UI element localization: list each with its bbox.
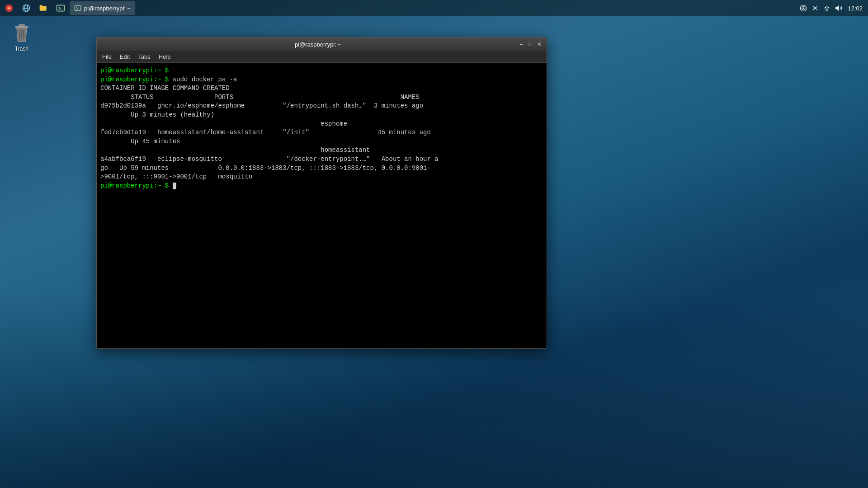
prompt-2: pi@raspberrypi:~ $ bbox=[100, 76, 169, 83]
command-text: sudo docker ps -a bbox=[173, 76, 237, 83]
container2-row1: fed7cb9d1a19 homeassistant/home-assistan… bbox=[100, 128, 543, 137]
maximize-button[interactable]: □ bbox=[527, 41, 534, 48]
raspberry-pi-icon bbox=[5, 4, 14, 13]
svg-rect-15 bbox=[19, 24, 25, 27]
minimize-button[interactable]: – bbox=[518, 41, 525, 48]
terminal-menubar: File Edit Tabs Help bbox=[97, 51, 547, 63]
terminal-body[interactable]: pi@raspberrypi:~ $ pi@raspberrypi:~ $ su… bbox=[97, 63, 547, 348]
terminal-title: pi@raspberrypi: ~ bbox=[118, 41, 518, 48]
bluetooth-icon[interactable] bbox=[811, 4, 819, 12]
terminal-task-label: pi@raspberrypi: ~ bbox=[84, 5, 131, 12]
terminal-titlebar: pi@raspberrypi: ~ – □ ✕ bbox=[97, 38, 547, 51]
close-button[interactable]: ✕ bbox=[536, 41, 543, 48]
container1-row3: esphome bbox=[100, 120, 543, 129]
svg-marker-13 bbox=[835, 5, 839, 11]
svg-rect-14 bbox=[15, 27, 28, 28]
taskbar-right: 12:02 bbox=[799, 4, 868, 12]
desktop: pi@raspberrypi: ~ bbox=[0, 0, 868, 488]
clock-display: 12:02 bbox=[846, 5, 863, 12]
container2-row2: Up 45 minutes bbox=[100, 137, 543, 146]
container3-row3: >9001/tcp, :::9001->9001/tcp mosquitto bbox=[100, 173, 543, 182]
terminal-line-2: pi@raspberrypi:~ $ sudo docker ps -a bbox=[100, 75, 543, 84]
svg-line-16 bbox=[19, 30, 20, 39]
file-manager-button[interactable] bbox=[18, 1, 34, 15]
container2-row3: homeassistant bbox=[100, 146, 543, 155]
svg-point-9 bbox=[803, 8, 804, 9]
terminal-task-button[interactable]: pi@raspberrypi: ~ bbox=[70, 1, 135, 15]
terminal-launcher-button[interactable] bbox=[52, 1, 69, 15]
terminal-window: pi@raspberrypi: ~ – □ ✕ File Edit Tabs H… bbox=[96, 37, 547, 349]
wifi-icon[interactable] bbox=[823, 4, 831, 12]
terminal-task-icon bbox=[74, 5, 81, 12]
svg-rect-8 bbox=[75, 6, 80, 11]
trash-desktop-icon[interactable]: Trash bbox=[9, 20, 34, 54]
menu-file[interactable]: File bbox=[99, 52, 115, 61]
terminal-final-prompt: pi@raspberrypi:~ $ bbox=[100, 182, 543, 191]
folder-icon bbox=[39, 4, 48, 13]
menu-edit[interactable]: Edit bbox=[116, 52, 133, 61]
terminal-header-row2: STATUS PORTS NAMES bbox=[100, 93, 543, 102]
prompt-final: pi@raspberrypi:~ $ bbox=[100, 182, 169, 189]
container1-row2: Up 3 minutes (healthy) bbox=[100, 111, 543, 120]
raspberry-pi-menu-button[interactable] bbox=[1, 1, 17, 15]
svg-rect-6 bbox=[57, 5, 65, 11]
svg-line-18 bbox=[24, 30, 24, 39]
container1-row1: d975b2d0139a ghcr.io/esphome/esphome "/e… bbox=[100, 102, 543, 111]
terminal-window-buttons: – □ ✕ bbox=[518, 41, 543, 48]
menu-help[interactable]: Help bbox=[155, 52, 175, 61]
trash-icon-svg bbox=[11, 22, 33, 44]
taskbar: pi@raspberrypi: ~ bbox=[0, 0, 868, 16]
svg-point-2 bbox=[8, 7, 9, 9]
trash-label: Trash bbox=[15, 46, 28, 52]
prompt-1: pi@raspberrypi:~ $ bbox=[100, 67, 169, 74]
globe-icon bbox=[22, 4, 31, 13]
network-icon[interactable] bbox=[799, 4, 807, 12]
terminal-header-row: CONTAINER ID IMAGE COMMAND CREATED bbox=[100, 84, 543, 93]
folder-button[interactable] bbox=[35, 1, 52, 15]
terminal-line-1: pi@raspberrypi:~ $ bbox=[100, 66, 543, 75]
volume-icon[interactable] bbox=[835, 4, 843, 12]
terminal-icon bbox=[56, 4, 65, 13]
svg-point-12 bbox=[826, 10, 827, 11]
container3-row1: a4abfbca6f19 eclipse-mosquitto "/docker-… bbox=[100, 155, 543, 164]
container3-row2: go Up 59 minutes 0.0.0.0:1883->1883/tcp,… bbox=[100, 164, 543, 173]
cursor bbox=[173, 183, 176, 189]
menu-tabs[interactable]: Tabs bbox=[134, 52, 154, 61]
